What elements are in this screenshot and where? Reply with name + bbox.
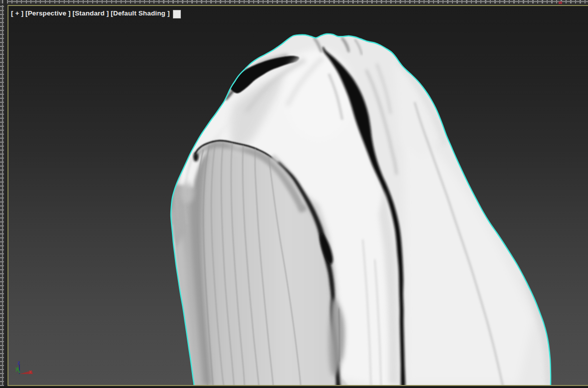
svg-text:z: z xyxy=(17,360,20,366)
svg-text:x: x xyxy=(29,369,32,375)
svg-text:y: y xyxy=(15,366,18,372)
